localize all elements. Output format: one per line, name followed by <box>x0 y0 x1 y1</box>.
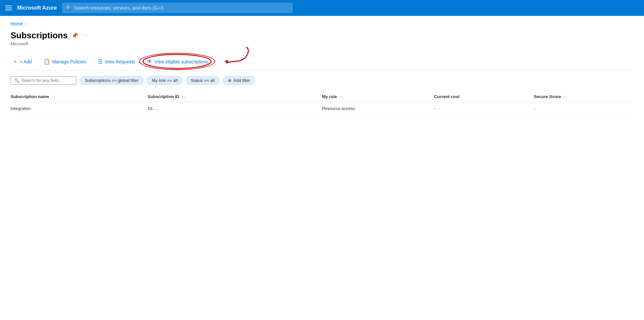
svg-marker-1 <box>225 60 228 64</box>
col-header-subscription-name[interactable]: Subscription name ↑↓ <box>11 91 148 102</box>
view-requests-icon: ☰ <box>98 58 103 65</box>
secure-score-cell: - <box>534 102 633 115</box>
view-requests-button[interactable]: ☰ View Requests <box>96 57 137 66</box>
search-field-icon: 🔍 <box>14 78 19 83</box>
col-header-secure-score[interactable]: Secure Score ↑↓ <box>534 91 633 102</box>
add-icon: ＋ <box>13 58 18 65</box>
more-options-icon[interactable]: ··· <box>82 33 88 39</box>
view-eligible-wrapper: 👁 View eligible subscriptions <box>145 57 210 66</box>
my-role-cell: Resource access <box>322 102 434 115</box>
page-title: Subscriptions <box>11 30 68 41</box>
manage-policies-icon: 📋 <box>44 58 50 65</box>
subscriptions-filter-pill[interactable]: Subscriptions == global filter <box>80 76 143 85</box>
top-navigation-bar: Microsoft Azure 🔍 <box>0 0 644 16</box>
table-body: Integration 1d...... Resource access - - <box>11 102 633 115</box>
page-subtitle: Microsoft <box>11 41 633 46</box>
col-header-my-role[interactable]: My role ↑↓ <box>322 91 434 102</box>
eye-icon: 👁 <box>147 59 152 65</box>
manage-policies-label: Manage Policies <box>52 59 86 64</box>
page-header: Subscriptions 📌 ··· Microsoft <box>11 30 633 46</box>
add-button[interactable]: ＋ + Add <box>11 57 34 66</box>
annotation-arrow <box>207 44 250 71</box>
main-content: Home › Subscriptions 📌 ··· Microsoft ＋ +… <box>0 16 644 121</box>
sort-icon-id: ↑↓ <box>182 95 185 99</box>
table-search-input[interactable] <box>21 78 73 83</box>
add-filter-icon: ⊕ <box>228 78 231 83</box>
filter-bar: 🔍 Subscriptions == global filter My role… <box>11 76 633 85</box>
sort-icon-role: ↑↓ <box>340 95 343 99</box>
status-filter-pill[interactable]: Status == all <box>186 76 219 85</box>
my-role-filter-pill[interactable]: My role == all <box>147 76 182 85</box>
add-filter-button[interactable]: ⊕ Add filter <box>223 76 255 85</box>
global-search-input[interactable] <box>74 5 289 11</box>
col-header-subscription-id[interactable]: Subscription ID ↑↓ <box>148 91 322 102</box>
col-header-current-cost: Current cost <box>434 91 534 102</box>
toolbar: ＋ + Add 📋 Manage Policies ☰ View Request… <box>11 53 633 71</box>
sort-icon-score: ↑↓ <box>564 95 567 99</box>
current-cost-cell: - <box>434 102 534 115</box>
view-eligible-subscriptions-button[interactable]: 👁 View eligible subscriptions <box>145 57 210 66</box>
breadcrumb: Home › <box>11 21 633 26</box>
manage-policies-button[interactable]: 📋 Manage Policies <box>42 57 88 66</box>
sort-icon-name: ↑↓ <box>52 95 55 99</box>
table-row: Integration 1d...... Resource access - - <box>11 102 633 115</box>
app-title: Microsoft Azure <box>17 5 57 11</box>
table-search-field[interactable]: 🔍 <box>11 76 77 85</box>
pin-icon[interactable]: 📌 <box>72 32 78 39</box>
hamburger-menu-icon[interactable] <box>5 6 12 10</box>
breadcrumb-separator: › <box>25 21 26 26</box>
table-header: Subscription name ↑↓ Subscription ID ↑↓ … <box>11 91 633 102</box>
add-label: + Add <box>20 59 32 64</box>
view-requests-label: View Requests <box>105 59 135 64</box>
subscriptions-table: Subscription name ↑↓ Subscription ID ↑↓ … <box>11 91 633 115</box>
global-search-box[interactable]: 🔍 <box>62 3 293 13</box>
add-filter-label: Add filter <box>233 78 250 83</box>
breadcrumb-home-link[interactable]: Home <box>11 21 23 26</box>
subscription-name-cell[interactable]: Integration <box>11 102 148 115</box>
view-eligible-label: View eligible subscriptions <box>154 59 208 64</box>
subscription-id-cell: 1d...... <box>148 102 322 115</box>
search-icon: 🔍 <box>66 5 72 11</box>
